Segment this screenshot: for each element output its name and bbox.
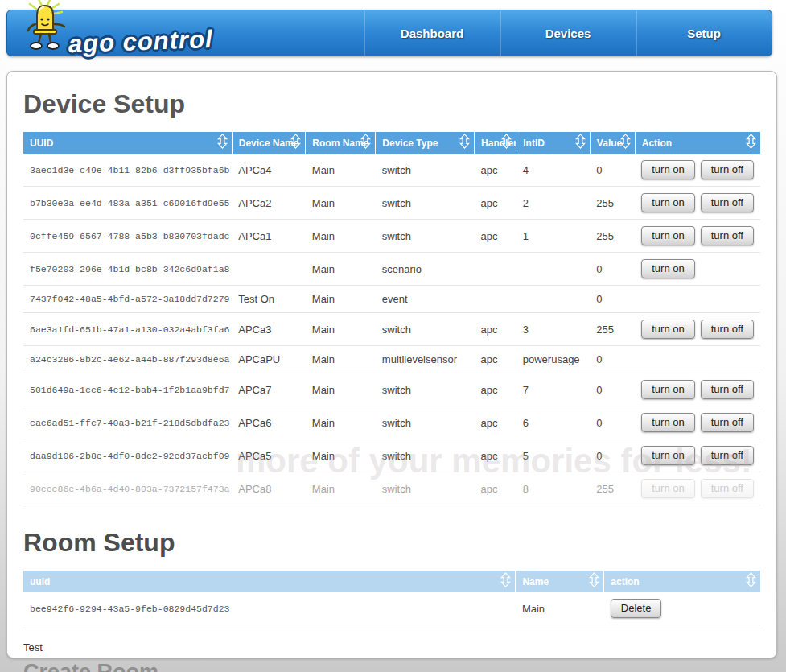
device-uuid-cell: 90cec86e-4b6a-4d40-803a-7372157f473a (23, 472, 232, 505)
device-action-cell (635, 286, 760, 313)
device-type-cell: switch (376, 154, 475, 187)
device-name-cell: APCa6 (232, 406, 306, 439)
device-room-cell: Main (306, 346, 376, 373)
device-room-cell: Main (306, 313, 376, 346)
sort-icon[interactable] (290, 134, 301, 151)
turn-off-button[interactable]: turn off (701, 380, 754, 399)
device-type-cell: switch (376, 373, 475, 406)
turn-off-button[interactable]: turn off (701, 320, 754, 339)
room-table-row: bee942f6-9294-43a5-9feb-0829d45d7d23Main… (23, 592, 760, 625)
device-uuid-cell: daa9d106-2b8e-4df0-8dc2-92ed37acbf09 (23, 439, 232, 472)
device-name-cell: APCa1 (232, 220, 306, 253)
sort-icon[interactable] (746, 572, 756, 590)
turn-on-button[interactable]: turn on (641, 446, 694, 465)
nav-item-devices[interactable]: Devices (500, 10, 636, 56)
device-type-cell: switch (376, 313, 475, 346)
col-room-name[interactable]: Room Name (306, 132, 376, 154)
col-handler[interactable]: Handler (475, 132, 516, 154)
device-table-row: 6ae3a1fd-651b-47a1-a130-032a4abf3fa6APCa… (23, 313, 760, 346)
col-intid[interactable]: IntID (516, 132, 591, 154)
device-uuid-cell: 6ae3a1fd-651b-47a1-a130-032a4abf3fa6 (23, 313, 232, 346)
test-label: Test (23, 641, 760, 653)
logo-text: ago control (68, 27, 213, 63)
device-table-row: 0cffe459-6567-4788-a5b3-b830703fdadcAPCa… (23, 220, 760, 253)
room-uuid-cell: bee942f6-9294-43a5-9feb-0829d45d7d23 (23, 592, 516, 625)
sort-icon[interactable] (746, 134, 756, 151)
device-handler-cell: apc (475, 187, 516, 220)
turn-off-button[interactable]: turn off (701, 479, 754, 498)
app-logo[interactable]: ago control (20, 6, 213, 60)
sort-icon[interactable] (500, 572, 511, 590)
turn-on-button[interactable]: turn on (641, 320, 694, 339)
top-navbar: ago control Dashboard Devices Setup (6, 10, 772, 56)
led-mascot-icon (20, 0, 67, 52)
main-content-card: Device Setup UUID Device Name Room Name … (6, 71, 777, 658)
device-name-cell: APCa2 (232, 187, 306, 220)
device-uuid-cell: 3aec1d3e-c49e-4b11-82b6-d3ff935bfa6b (23, 154, 232, 187)
device-handler-cell (475, 253, 516, 286)
device-setup-title: Device Setup (23, 89, 760, 119)
device-uuid-cell: 0cffe459-6567-4788-a5b3-b830703fdadc (23, 220, 232, 253)
turn-off-button[interactable]: turn off (701, 446, 754, 465)
device-room-cell: Main (306, 472, 376, 505)
device-table-row: 501d649a-1cc6-4c12-bab4-1f2b1aa9bfd7APCa… (23, 373, 760, 406)
device-handler-cell: apc (475, 346, 516, 373)
turn-on-button[interactable]: turn on (641, 413, 694, 432)
col-device-type[interactable]: Device Type (376, 132, 475, 154)
device-name-cell: APCa8 (232, 472, 306, 505)
turn-on-button[interactable]: turn on (641, 380, 694, 399)
device-intid-cell: 6 (516, 406, 591, 439)
sort-icon[interactable] (217, 134, 228, 151)
col-room-uuid[interactable]: uuid (23, 571, 516, 592)
device-handler-cell: apc (475, 154, 516, 187)
sort-icon[interactable] (501, 134, 512, 151)
room-table: uuid Name action bee942f6-9294-43a5-9feb… (23, 571, 760, 625)
device-type-cell: scenario (376, 253, 475, 286)
turn-off-button[interactable]: turn off (701, 160, 754, 179)
turn-off-button[interactable]: turn off (701, 413, 754, 432)
nav-item-setup[interactable]: Setup (636, 10, 772, 56)
col-device-name[interactable]: Device Name (232, 132, 306, 154)
sort-icon[interactable] (459, 134, 470, 151)
device-handler-cell: apc (475, 472, 516, 505)
device-handler-cell: apc (475, 220, 516, 253)
col-room-name2[interactable]: Name (516, 571, 604, 592)
device-room-cell: Main (306, 253, 376, 286)
turn-on-button[interactable]: turn on (641, 193, 694, 212)
device-table-row: 3aec1d3e-c49e-4b11-82b6-d3ff935bfa6bAPCa… (23, 154, 760, 187)
device-intid-cell: powerusage (516, 346, 591, 373)
device-room-cell: Main (306, 286, 376, 313)
device-name-cell (232, 253, 306, 286)
sort-icon[interactable] (360, 134, 371, 151)
device-name-cell: APCa4 (232, 154, 306, 187)
delete-room-button[interactable]: Delete (611, 599, 662, 618)
room-setup-title: Room Setup (23, 528, 760, 558)
sort-icon[interactable] (589, 572, 599, 590)
sort-icon[interactable] (620, 134, 631, 151)
device-action-cell: turn onturn off (635, 406, 760, 439)
col-room-action[interactable]: action (604, 571, 760, 592)
device-table-header: UUID Device Name Room Name Device Type H… (23, 132, 760, 154)
turn-off-button[interactable]: turn off (701, 193, 754, 212)
turn-on-button[interactable]: turn on (641, 160, 694, 179)
device-name-cell: APCa5 (232, 439, 306, 472)
col-action[interactable]: Action (635, 132, 760, 154)
device-type-cell: switch (376, 187, 475, 220)
device-table-row: b7b30e3a-ee4d-483a-a351-c69016fd9e55APCa… (23, 187, 760, 220)
turn-on-button[interactable]: turn on (641, 259, 694, 278)
device-uuid-cell: 501d649a-1cc6-4c12-bab4-1f2b1aa9bfd7 (23, 373, 232, 406)
col-value[interactable]: Value (590, 132, 635, 154)
turn-on-button[interactable]: turn on (641, 226, 694, 245)
device-table: UUID Device Name Room Name Device Type H… (23, 132, 760, 505)
create-room-title: Create Room (23, 660, 760, 672)
device-action-cell: turn onturn off (635, 373, 760, 406)
col-uuid[interactable]: UUID (23, 132, 232, 154)
turn-on-button[interactable]: turn on (641, 479, 694, 498)
nav-item-dashboard[interactable]: Dashboard (364, 10, 500, 56)
device-value-cell: 0 (590, 154, 635, 187)
device-type-cell: multilevelsensor (376, 346, 475, 373)
room-action-cell: Delete (604, 592, 760, 625)
turn-off-button[interactable]: turn off (701, 226, 754, 245)
sort-icon[interactable] (575, 134, 586, 151)
device-action-cell: turn onturn off (635, 154, 760, 187)
